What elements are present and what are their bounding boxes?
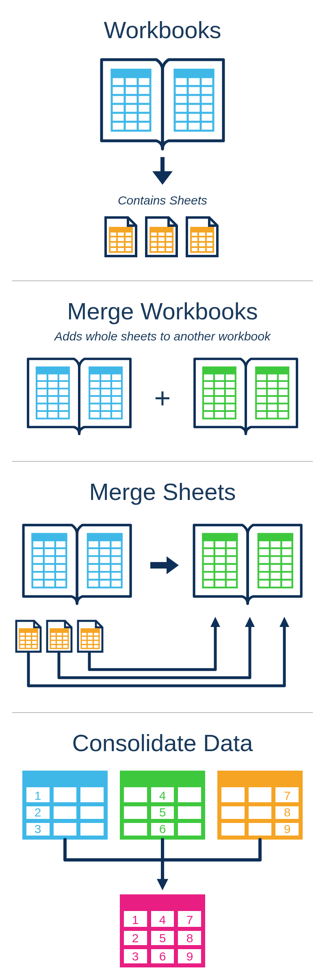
section-workbooks: Workbooks Contains Sheets: [0, 0, 325, 280]
svg-rect-49: [89, 367, 122, 373]
cell-cyan-3: 3: [35, 822, 41, 836]
svg-rect-58: [203, 367, 236, 373]
cell-result-9: 9: [186, 950, 193, 963]
title-consolidate: Consolidate Data: [8, 729, 317, 756]
svg-rect-10: [175, 70, 213, 77]
svg-rect-26: [150, 228, 173, 232]
section-merge-sheets: Merge Sheets: [0, 462, 325, 712]
svg-rect-103: [258, 534, 292, 541]
cell-orange-9: 9: [284, 822, 291, 836]
svg-rect-112: [20, 629, 37, 632]
svg-rect-33: [191, 228, 213, 232]
svg-rect-67: [256, 367, 288, 373]
svg-rect-145: [219, 773, 301, 787]
svg-rect-94: [203, 534, 237, 541]
consolidate-diagram: 1 2 3 4 5 6 7 8 9: [12, 769, 313, 971]
cell-green-6: 6: [159, 822, 166, 836]
workbook-green-icon: [185, 355, 307, 441]
cell-result-3: 3: [132, 950, 139, 963]
title-merge-sheets: Merge Sheets: [8, 478, 317, 505]
section-merge-workbooks: Merge Workbooks Adds whole sheets to ano…: [0, 281, 325, 461]
cell-cyan-1: 1: [35, 789, 41, 802]
svg-rect-40: [37, 367, 69, 373]
svg-rect-19: [110, 228, 132, 232]
title-workbooks: Workbooks: [8, 16, 317, 43]
cell-result-1: 1: [132, 913, 139, 926]
cell-green-5: 5: [159, 806, 166, 819]
svg-rect-85: [88, 534, 122, 541]
cell-result-5: 5: [159, 931, 166, 945]
subtitle-merge-workbooks: Adds whole sheets to another workbook: [8, 330, 317, 343]
workbook-cyan-icon: [18, 355, 140, 441]
cell-orange-7: 7: [284, 789, 291, 802]
svg-rect-139: [122, 773, 203, 787]
plus-symbol: +: [154, 382, 171, 414]
contains-sheets-label: Contains Sheets: [8, 194, 317, 207]
cell-result-7: 7: [186, 913, 193, 926]
svg-rect-76: [32, 534, 67, 541]
svg-rect-1: [112, 70, 150, 77]
merge-sheets-diagram: [12, 517, 313, 692]
cell-result-8: 8: [186, 931, 193, 945]
section-consolidate: Consolidate Data 1 2 3 4 5 6 7 8 9: [0, 713, 325, 980]
workbook-open-icon: [93, 56, 232, 157]
svg-rect-151: [122, 896, 203, 911]
svg-rect-133: [24, 773, 106, 787]
arrow-down-icon: [152, 157, 173, 185]
svg-rect-119: [50, 629, 68, 632]
cell-green-4: 4: [159, 789, 166, 802]
cell-result-2: 2: [132, 931, 139, 945]
cell-result-6: 6: [159, 950, 166, 963]
cell-result-4: 4: [159, 913, 166, 926]
cell-cyan-2: 2: [35, 806, 41, 819]
title-merge-workbooks: Merge Workbooks: [8, 297, 317, 325]
svg-rect-126: [81, 629, 99, 632]
sheet-documents-icon: [102, 215, 223, 260]
cell-orange-8: 8: [284, 806, 291, 819]
